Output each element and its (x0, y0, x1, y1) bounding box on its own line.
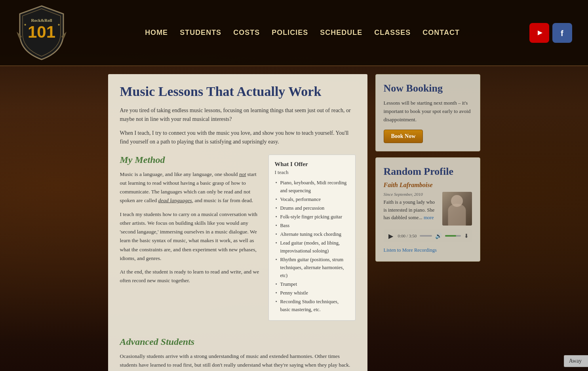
volume-icon: 🔊 (435, 233, 442, 239)
social-icons-group: f (529, 23, 572, 43)
list-item: Recording Studio techniques, basic maste… (275, 298, 349, 314)
volume-fill (445, 235, 456, 237)
intro-paragraph-2: When I teach, I try to connect you with … (120, 129, 356, 147)
list-item: Folk-style finger picking guitar (275, 213, 349, 221)
intro-paragraph-1: Are you tired of taking endless music le… (120, 106, 356, 124)
profile-content: Since September, 2010 Faith is a young l… (384, 192, 472, 226)
nav-schedule[interactable]: SCHEDULE (320, 29, 362, 37)
profile-title: Random Profile (384, 166, 472, 178)
method-para-3: At the end, the student is ready to lear… (120, 268, 261, 285)
list-item: Vocals, performance (275, 195, 349, 203)
svg-text:★: ★ (57, 23, 60, 27)
nav-home[interactable]: HOME (145, 29, 168, 37)
nav-contact[interactable]: CONTACT (422, 29, 460, 37)
list-item: Alternate tuning rock chording (275, 230, 349, 238)
my-method-heading: My Method (120, 155, 261, 165)
profile-photo (442, 192, 472, 226)
profile-box: Random Profile Faith Laframboise Since S… (375, 157, 480, 262)
nav-students[interactable]: STUDENTS (180, 29, 221, 37)
main-content: Music Lessons That Actually Work Are you… (100, 66, 488, 371)
list-item: Lead guitar (modes, ad libing, improvisa… (275, 239, 349, 255)
audio-time: 0:00 / 3:50 (398, 233, 417, 238)
profile-bio: Faith is a young lady who is interested … (384, 199, 438, 222)
main-nav: HOME STUDENTS COSTS POLICIES SCHEDULE CL… (83, 29, 521, 37)
method-para-1: Music is a language, and like any langua… (120, 170, 261, 205)
logo[interactable]: Rock&Roll 101 ★ ★ (16, 4, 67, 61)
svg-text:f: f (561, 29, 563, 38)
site-header: Rock&Roll 101 ★ ★ HOME STUDENTS COSTS PO… (0, 0, 588, 66)
profile-text-area: Since September, 2010 Faith is a young l… (384, 192, 438, 226)
svg-text:101: 101 (28, 23, 55, 41)
nav-classes[interactable]: CLASSES (374, 29, 411, 37)
profile-since: Since September, 2010 (384, 192, 438, 197)
profile-name: Faith Laframboise (384, 182, 472, 189)
svg-text:Rock&Roll: Rock&Roll (31, 18, 52, 23)
list-item: Trumpet (275, 280, 349, 288)
list-item: Piano, keyboards, Midi recording and seq… (275, 179, 349, 195)
facebook-icon[interactable]: f (552, 23, 572, 43)
two-column-section: My Method Music is a language, and like … (120, 155, 356, 321)
method-para-2: I teach my students how to carry on a mu… (120, 210, 261, 263)
recordings-link[interactable]: Listen to More Recordings (384, 247, 437, 253)
booking-box: Now Booking Lessons will be starting nex… (375, 74, 480, 151)
profile-more-link[interactable]: more (424, 215, 434, 220)
advanced-students-section: Advanced Students Ocasionally students a… (120, 329, 356, 371)
youtube-icon[interactable] (529, 23, 549, 43)
advanced-students-heading: Advanced Students (120, 337, 356, 347)
volume-bar[interactable] (445, 235, 461, 237)
advanced-para-1: Ocasionally students arrive with a stron… (120, 352, 356, 370)
audio-progress-bar[interactable] (420, 235, 432, 237)
page-title: Music Lessons That Actually Work (120, 84, 356, 99)
play-button[interactable]: ▶ (387, 232, 395, 240)
offer-list: Piano, keyboards, Midi recording and seq… (275, 179, 349, 314)
list-item: Penny whistle (275, 289, 349, 297)
my-method-column: My Method Music is a language, and like … (120, 155, 261, 321)
nav-costs[interactable]: COSTS (233, 29, 260, 37)
booking-text: Lessons will be starting next month – it… (384, 99, 472, 124)
audio-player: ▶ 0:00 / 3:50 🔊 ⬇ (384, 229, 472, 242)
away-badge: Away (564, 355, 588, 367)
what-i-offer-column: What I Offer I teach Piano, keyboards, M… (268, 155, 356, 321)
content-area: Music Lessons That Actually Work Are you… (108, 74, 367, 371)
i-teach-label: I teach (275, 169, 349, 176)
list-item: Drums and percussion (275, 204, 349, 212)
nav-policies[interactable]: POLICIES (272, 29, 308, 37)
sidebar: Now Booking Lessons will be starting nex… (375, 74, 480, 371)
list-item: Rhythm guitar (positions, strum techniqu… (275, 256, 349, 279)
book-now-button[interactable]: Book Now (384, 130, 423, 143)
list-item: Bass (275, 222, 349, 229)
svg-text:★: ★ (24, 23, 27, 27)
download-icon[interactable]: ⬇ (464, 233, 469, 239)
what-i-offer-title: What I Offer (275, 161, 349, 168)
booking-title: Now Booking (384, 82, 472, 94)
